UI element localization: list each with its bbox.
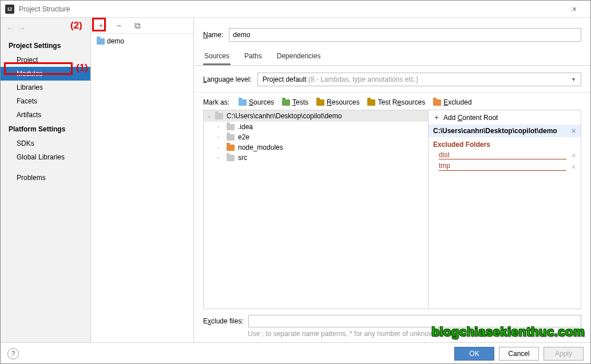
cancel-button[interactable]: Cancel <box>499 347 539 361</box>
sidebar-item-facets[interactable]: Facets <box>1 94 90 108</box>
folder-icon <box>227 134 235 141</box>
sidebar-item-modules[interactable]: Modules <box>1 67 90 81</box>
module-name: demo <box>107 37 124 45</box>
folder-icon <box>227 145 235 151</box>
sidebar: ← → Project Settings Project Modules Lib… <box>1 18 91 342</box>
sidebar-item-problems[interactable]: Problems <box>1 171 90 185</box>
language-level-label: Language level: <box>203 75 252 83</box>
tree-item[interactable]: › e2e <box>204 132 428 142</box>
tree-item[interactable]: › node_modules <box>204 142 428 153</box>
remove-excluded-icon[interactable]: ✕ <box>571 163 576 171</box>
tree-root[interactable]: ⌄ C:\Users\canhn\Desktop\copilot\demo <box>204 110 428 122</box>
exclude-files-label: Exclude files: <box>203 317 244 325</box>
apply-button[interactable]: Apply <box>544 347 584 361</box>
remove-module-icon[interactable]: − <box>114 21 124 31</box>
modules-panel: ＋ − ⧉ demo <box>91 18 194 342</box>
source-tree: ⌄ C:\Users\canhn\Desktop\copilot\demo › … <box>203 110 428 309</box>
folder-icon <box>227 155 235 161</box>
folder-icon <box>97 38 105 45</box>
sidebar-item-global-libraries[interactable]: Global Libraries <box>1 150 90 164</box>
nav-forward-icon[interactable]: → <box>18 23 26 33</box>
module-tabs: Sources Paths Dependencies <box>194 47 590 66</box>
folder-icon <box>215 113 223 119</box>
remove-excluded-icon[interactable]: ✕ <box>571 152 576 159</box>
excluded-folders-heading: Excluded Folders <box>429 137 581 150</box>
window-title: Project Structure <box>19 5 563 13</box>
sidebar-item-libraries[interactable]: Libraries <box>1 81 90 94</box>
add-module-icon[interactable]: ＋ <box>96 21 106 31</box>
tab-sources[interactable]: Sources <box>203 47 231 65</box>
chevron-right-icon: › <box>217 125 223 130</box>
tab-paths[interactable]: Paths <box>243 47 263 65</box>
name-input[interactable] <box>229 28 581 42</box>
sidebar-item-artifacts[interactable]: Artifacts <box>1 108 90 122</box>
section-platform-settings: Platform Settings <box>1 122 90 137</box>
mark-excluded[interactable]: Excluded <box>433 98 471 106</box>
name-label: Name: <box>203 31 223 39</box>
chevron-right-icon: › <box>217 135 223 140</box>
excluded-item[interactable]: dist ✕ <box>429 150 581 161</box>
chevron-right-icon: › <box>217 145 223 150</box>
module-item[interactable]: demo <box>94 36 190 46</box>
dialog-footer: ? OK Cancel Apply <box>1 342 590 364</box>
tree-item[interactable]: › .idea <box>204 122 428 132</box>
chevron-down-icon: ⌄ <box>207 113 212 119</box>
sidebar-item-sdks[interactable]: SDKs <box>1 137 90 150</box>
app-icon: IJ <box>5 5 14 14</box>
content-root-path[interactable]: C:\Users\canhn\Desktop\copilot\demo ✕ <box>429 125 581 137</box>
sidebar-item-project[interactable]: Project <box>1 53 90 67</box>
language-level-select[interactable]: Project default (8 - Lambdas, type annot… <box>257 73 581 86</box>
mark-tests[interactable]: Tests <box>282 98 308 106</box>
close-icon[interactable]: × <box>563 5 586 14</box>
plus-icon: ＋ <box>433 113 440 122</box>
mark-test-resources[interactable]: Test Resources <box>367 98 425 106</box>
excluded-item[interactable]: tmp ✕ <box>429 161 581 171</box>
tree-item[interactable]: › src <box>204 153 428 163</box>
main-panel: Name: Sources Paths Dependencies Languag… <box>194 18 590 342</box>
titlebar: IJ Project Structure × <box>1 1 590 18</box>
ok-button[interactable]: OK <box>454 347 494 361</box>
chevron-down-icon: ▼ <box>571 77 576 82</box>
mark-resources[interactable]: Resources <box>316 98 359 106</box>
chevron-right-icon: › <box>217 155 223 161</box>
mark-sources[interactable]: Sources <box>239 98 274 106</box>
exclude-hint: Use ; to separate name patterns, * for a… <box>194 329 590 342</box>
add-content-root-button[interactable]: ＋ Add Content Root <box>429 110 581 125</box>
exclude-files-input[interactable] <box>248 315 581 327</box>
content-roots-panel: ＋ Add Content Root C:\Users\canhn\Deskto… <box>428 110 581 309</box>
folder-icon <box>227 124 235 130</box>
section-project-settings: Project Settings <box>1 38 90 53</box>
remove-root-icon[interactable]: ✕ <box>571 127 576 135</box>
tab-dependencies[interactable]: Dependencies <box>276 47 322 65</box>
help-icon[interactable]: ? <box>7 348 19 359</box>
copy-module-icon[interactable]: ⧉ <box>132 21 142 31</box>
nav-back-icon[interactable]: ← <box>6 23 14 33</box>
mark-as-label: Mark as: <box>203 98 229 106</box>
